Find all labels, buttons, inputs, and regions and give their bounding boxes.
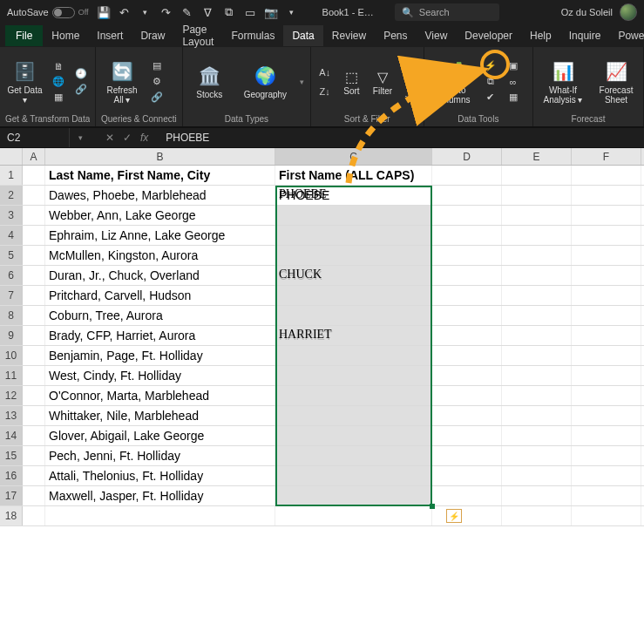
cell[interactable]: Brady, CFP, Harriet, Aurora <box>45 326 275 345</box>
cell[interactable]: First Name (ALL CAPS) <box>275 166 432 185</box>
cell[interactable] <box>432 426 502 445</box>
cell[interactable] <box>432 166 502 185</box>
cell[interactable] <box>572 386 641 405</box>
cell[interactable] <box>572 466 641 485</box>
cell[interactable] <box>572 286 641 305</box>
cell[interactable]: Dawes, Phoebe, Marblehead <box>45 186 275 205</box>
cell[interactable] <box>432 366 502 385</box>
from-web-icon[interactable]: 🌐 <box>50 75 67 89</box>
col-header-d[interactable]: D <box>432 148 502 165</box>
consolidate-icon[interactable]: ▣ <box>505 59 522 73</box>
relationships-icon[interactable]: ∞ <box>505 75 522 89</box>
cell[interactable]: Ephraim, Liz Anne, Lake George <box>45 226 275 245</box>
box-icon[interactable]: ▭ <box>244 6 256 18</box>
recent-sources-icon[interactable]: 🕘 <box>72 67 90 81</box>
cell[interactable]: Coburn, Tree, Aurora <box>45 306 275 325</box>
cell[interactable] <box>502 326 572 345</box>
name-box[interactable]: C2 <box>0 128 70 147</box>
cell[interactable] <box>275 286 432 305</box>
cell[interactable] <box>432 506 502 525</box>
row-header[interactable]: 6 <box>0 266 23 285</box>
cell[interactable] <box>432 486 502 505</box>
cell[interactable] <box>502 386 572 405</box>
col-header-c[interactable]: C <box>275 148 432 165</box>
cell[interactable] <box>502 166 572 185</box>
cell[interactable] <box>572 426 641 445</box>
sort-asc-icon[interactable]: A↓ <box>316 65 334 79</box>
cell[interactable] <box>275 366 432 385</box>
cell[interactable] <box>432 446 502 465</box>
cell[interactable]: Attali, Thelonius, Ft. Holliday <box>45 466 275 485</box>
cell[interactable] <box>432 206 502 225</box>
cell[interactable] <box>23 486 45 505</box>
row-header[interactable]: 13 <box>0 406 23 425</box>
cell[interactable] <box>502 266 572 285</box>
cell[interactable] <box>23 266 45 285</box>
col-header-e[interactable]: E <box>502 148 572 165</box>
col-header-a[interactable]: A <box>23 148 45 165</box>
cell[interactable] <box>432 326 502 345</box>
cell[interactable] <box>23 166 45 185</box>
tab-draw[interactable]: Draw <box>132 25 173 46</box>
cell[interactable] <box>502 186 572 205</box>
cell[interactable] <box>275 446 432 465</box>
undo-icon[interactable]: ↶ <box>119 6 131 18</box>
cell[interactable] <box>23 366 45 385</box>
cell[interactable]: Last Name, First Name, City <box>45 166 275 185</box>
row-header[interactable]: 11 <box>0 366 23 385</box>
cell[interactable] <box>275 486 432 505</box>
name-box-dropdown-icon[interactable]: ▾ <box>78 133 83 142</box>
filter-icon[interactable]: ∇ <box>202 6 214 18</box>
sort-desc-icon[interactable]: Z↓ <box>316 85 334 98</box>
tab-formulas[interactable]: Formulas <box>222 25 283 46</box>
tab-review[interactable]: Review <box>323 25 375 46</box>
cell[interactable] <box>502 446 572 465</box>
advanced-icon[interactable]: ⋯ <box>401 91 418 105</box>
cell[interactable] <box>572 266 641 285</box>
fx-icon[interactable]: fx <box>140 132 148 144</box>
manage-data-model-icon[interactable]: ▦ <box>505 91 522 105</box>
cell[interactable] <box>502 506 572 525</box>
row-header[interactable]: 15 <box>0 446 23 465</box>
cell[interactable] <box>432 186 502 205</box>
filter-button[interactable]: ▽ Filter <box>369 67 396 96</box>
cell[interactable] <box>572 346 641 365</box>
row-header[interactable]: 5 <box>0 246 23 265</box>
camera-icon[interactable]: 📷 <box>265 6 277 18</box>
tab-file[interactable]: File <box>5 25 43 46</box>
save-icon[interactable]: 💾 <box>98 6 110 18</box>
undo-dropdown-icon[interactable]: ▾ <box>139 6 152 18</box>
cell[interactable] <box>572 506 641 525</box>
row-header[interactable]: 16 <box>0 466 23 485</box>
cell[interactable] <box>23 286 45 305</box>
cell[interactable] <box>275 226 432 245</box>
search-box[interactable]: 🔍 Search <box>395 3 499 21</box>
col-header-f[interactable]: F <box>572 148 641 165</box>
cell[interactable] <box>432 406 502 425</box>
what-if-button[interactable]: 📊 What-If Analysis ▾ <box>539 59 587 105</box>
row-header[interactable]: 9 <box>0 326 23 345</box>
cell[interactable] <box>23 206 45 225</box>
cell[interactable] <box>502 226 572 245</box>
cell[interactable] <box>275 506 432 525</box>
tab-developer[interactable]: Developer <box>456 25 521 46</box>
text-to-columns-button[interactable]: 🗂️ Text to Columns <box>430 59 477 105</box>
remove-dupes-icon[interactable]: ⧉ <box>482 75 499 89</box>
cell[interactable] <box>502 366 572 385</box>
cell[interactable] <box>572 406 641 425</box>
row-header[interactable]: 10 <box>0 346 23 365</box>
cell[interactable] <box>432 346 502 365</box>
cell[interactable] <box>275 466 432 485</box>
tab-power[interactable]: Power <box>609 25 644 46</box>
sort-clear-icon[interactable]: ⧉ <box>223 6 235 18</box>
cell[interactable] <box>502 426 572 445</box>
from-table-icon[interactable]: ▦ <box>50 91 67 105</box>
select-all-corner[interactable] <box>0 148 23 165</box>
data-validation-icon[interactable]: ✔ <box>482 91 499 105</box>
enter-icon[interactable]: ✓ <box>123 132 132 144</box>
tab-pens[interactable]: Pens <box>375 25 416 46</box>
cell[interactable] <box>45 506 275 525</box>
cell[interactable] <box>23 326 45 345</box>
cell[interactable] <box>275 306 432 325</box>
pen-icon[interactable]: ✎ <box>181 6 193 18</box>
